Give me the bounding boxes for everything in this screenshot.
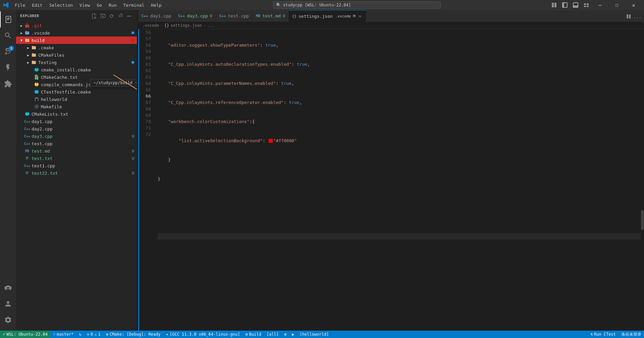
menu-view[interactable]: View [77,2,93,8]
status-errors[interactable]: ✕ 0 ⚠ 1 [84,331,103,338]
tree-item-cmakelists[interactable]: CMakeLists.txt [16,110,137,118]
menu-go[interactable]: Go [94,2,105,8]
tab-day3cpp[interactable]: C++ day3.cpp U [175,10,216,22]
menu-file[interactable]: File [12,2,28,8]
tree-item-day3cpp[interactable]: C++ day3.cpp U [16,132,137,140]
split-editor-btn[interactable] [625,12,633,20]
tree-item-test1cpp[interactable]: C++ test1.cpp [16,162,137,169]
code-line-64 [158,195,644,201]
layout-sidebar-btn[interactable] [560,1,570,9]
tree-item-testcpp[interactable]: C++ test.cpp [16,140,137,147]
new-folder-btn[interactable] [99,12,107,20]
tree-item-git[interactable]: ▶ .git [16,22,137,29]
menu-help[interactable]: Help [148,2,164,8]
new-file-btn[interactable] [91,12,98,20]
cmake-dir-icon [31,45,37,51]
collapse-arrow: ▼ [19,38,24,43]
customize-layout-btn[interactable] [582,1,591,9]
layout-panel-btn[interactable] [571,1,580,9]
refresh-btn[interactable] [108,12,115,20]
status-build[interactable]: ⚙ Build [243,331,264,338]
tree-item-test22txt[interactable]: test22.txt U [16,169,137,177]
no-arrow [28,104,34,109]
remote-explorer-btn[interactable] [0,280,16,296]
status-cmake[interactable]: ⚙ CMake: [Debug]: Ready [103,331,163,338]
tree-item-day2cpp[interactable]: C++ day2.cpp [16,125,137,132]
tab-testmd[interactable]: MD test.md U [253,10,289,22]
helloworld-icon [34,96,40,102]
tree-item-ctesttestfile[interactable]: CTestTestfile.cmake [16,88,137,96]
more-actions-btn[interactable] [125,12,133,20]
code-line-61: "list.activeSelectionBackground": "#ff00… [158,137,644,144]
tree-item-vscode[interactable]: ▶ .vscode [16,29,137,37]
no-arrow [28,67,34,72]
status-active-file[interactable]: [helloworld] [297,331,331,338]
tree-item-testing[interactable]: ▶ Testing [16,59,137,66]
code-line-57: "C_Cpp.inlayHints.autoDeclarationTypes.e… [158,61,644,67]
status-wsl[interactable]: ⚡ WSL: Ubuntu-22.04 [0,331,50,338]
breadcrumb-settings[interactable]: settings.json [170,23,202,28]
status-run[interactable]: ▶ [289,331,297,338]
source-control-activity-btn[interactable]: 8 [0,44,16,60]
tree-item-day1cpp[interactable]: C++ day1.cpp [16,118,137,125]
folder-tooltip: ~/studycpp/build · Contains emphasized i… [90,79,137,87]
collapse-arrow: ▶ [25,52,31,58]
settings-btn[interactable] [0,312,16,328]
tree-item-makefile[interactable]: Makefile [16,103,137,110]
vertical-scrollbar[interactable] [641,29,644,331]
menu-selection[interactable]: Selection [47,2,75,8]
json-icon: {} [292,14,297,18]
breadcrumb-vscode[interactable]: .vscode [142,23,159,28]
tree-item-helloworld[interactable]: helloworld [16,96,137,103]
test22txt-label: test22.txt [32,171,132,176]
vscode-folder-icon [24,30,30,36]
maximize-btn[interactable]: □ [609,0,625,10]
status-gcc[interactable]: ✦ [GCC 11.3.0 x86_64-linux-gnu] [163,331,243,338]
tree-item-cmakefiles[interactable]: ▶ CMakeFiles [16,51,137,59]
tree-item-cmake-dir[interactable]: ▶ .cmake [16,44,137,51]
svg-rect-9 [587,6,589,7]
cmakefiles-label: CMakeFiles [38,53,134,58]
remote-icon: ⚡ [3,332,5,337]
breadcrumb-dots[interactable]: ... [207,23,214,28]
more-tabs-btn[interactable]: ... [633,12,641,20]
status-all[interactable]: [all] [264,331,281,338]
menu-run[interactable]: Run [106,2,119,8]
run-debug-activity-btn[interactable] [0,60,16,76]
account-btn[interactable] [0,296,16,312]
menu-terminal[interactable]: Terminal [121,2,147,8]
code-line-60: "workbench.colorCustomizations":{ [158,118,644,125]
collapse-all-btn[interactable] [117,12,124,20]
tab-testcpp[interactable]: C++ test.cpp [216,10,253,22]
status-user[interactable]: 洛谷未登录 [619,331,644,338]
tab-day1cpp[interactable]: C++ day1.cpp [138,10,175,22]
explorer-title: EXPLORER [20,14,39,18]
source-control-badge: 8 [9,46,14,51]
close-btn[interactable]: ✕ [626,0,641,10]
settings-tab-close[interactable]: ✕ [357,13,363,19]
testtxt-label: test.txt [32,156,132,161]
status-cog[interactable]: ⚙ [281,331,289,338]
menu-edit[interactable]: Edit [29,2,45,8]
scrollbar-thumb[interactable] [641,210,644,230]
layout-editor-btn[interactable] [549,1,559,9]
tree-item-testmd[interactable]: MD test.md U [16,147,137,155]
minimize-btn[interactable]: − [592,0,608,10]
tree-item-build[interactable]: ▼ build [16,37,137,44]
extensions-activity-btn[interactable] [0,76,16,92]
vscode-badge [131,32,134,34]
search-activity-btn[interactable] [0,27,16,44]
status-branch[interactable]: ⑂ master* [50,331,76,338]
code-line-66 [158,233,644,239]
tree-item-testtxt[interactable]: test.txt U [16,155,137,162]
tree-item-cmake-install[interactable]: cmake_install.cmake [16,66,137,73]
status-run-ctest[interactable]: ⚗ Run CTest [588,331,619,338]
no-arrow [19,148,24,154]
code-editor[interactable]: 56 57 58 59 60 61 62 63 64 65 66 67 68 6… [138,29,644,331]
collapse-arrow: ▶ [19,30,24,36]
explorer-activity-btn[interactable] [0,11,16,27]
search-box[interactable]: 🔍 studycpp [WSL: Ubuntu-22.04] [273,1,441,9]
tab-settings-json[interactable]: {} settings.json .vscode M ✕ [289,10,367,22]
status-sync[interactable]: ↻ [76,331,84,338]
testing-badge [131,61,134,64]
